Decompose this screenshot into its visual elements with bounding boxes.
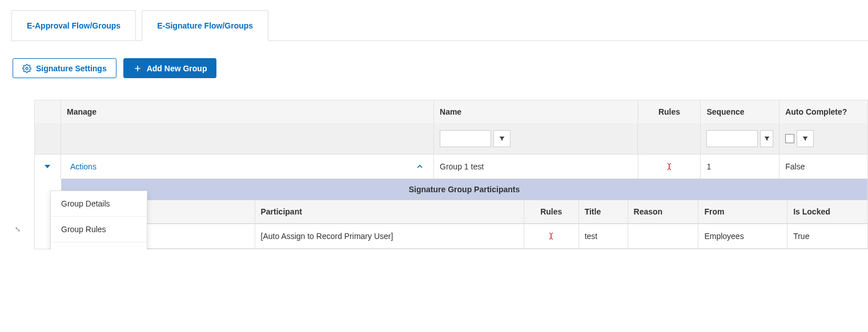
participants-header-row: Manage Participant Rules Title Reason Fr…	[61, 200, 867, 224]
p-row-locked: True	[787, 224, 867, 249]
filter-sequence-button[interactable]	[760, 130, 773, 147]
row-sequence: 1	[701, 155, 779, 179]
signature-settings-button[interactable]: Signature Settings	[13, 58, 116, 78]
row-rules[interactable]	[638, 155, 701, 179]
menu-item-group-rules[interactable]: Group Rules	[51, 217, 147, 242]
row-expand-toggle[interactable]	[35, 155, 61, 179]
no-rules-icon	[546, 231, 556, 241]
menu-item-copy-group[interactable]: Copy Group	[51, 242, 147, 249]
filter-auto-checkbox[interactable]	[785, 134, 794, 143]
filter-name-cell	[434, 123, 638, 154]
svg-point-0	[26, 67, 28, 70]
p-header-reason[interactable]: Reason	[628, 200, 699, 224]
expand-column-header	[35, 100, 61, 123]
row-actions-cell: Actions	[61, 155, 434, 179]
actions-dropdown[interactable]: Actions	[70, 162, 97, 171]
no-rules-icon	[664, 161, 674, 172]
plus-icon	[133, 64, 142, 73]
filter-icon	[802, 135, 809, 142]
header-name[interactable]: Name	[434, 100, 638, 123]
filter-name-button[interactable]	[493, 130, 511, 147]
gear-icon	[22, 64, 31, 73]
chevron-up-icon[interactable]	[415, 162, 424, 171]
grid-header-row: Manage Name Rules Sequence Auto Complete…	[35, 100, 867, 123]
tab-e-signature[interactable]: E-Signature Flow/Groups	[142, 10, 268, 41]
row-name: Group 1 test	[434, 155, 638, 179]
participants-row: [Auto Assign to Record Primary User] tes…	[61, 224, 867, 249]
filter-sequence-input[interactable]	[706, 130, 758, 147]
add-new-group-label: Add New Group	[147, 64, 207, 73]
participants-title: Signature Group Participants	[61, 179, 867, 200]
header-sequence[interactable]: Sequence	[701, 100, 779, 123]
tab-bar: E-Approval Flow/Groups E-Signature Flow/…	[11, 6, 868, 41]
row-auto-complete: False	[779, 155, 867, 179]
p-row-from: Employees	[698, 224, 787, 249]
p-row-rules[interactable]	[524, 224, 579, 249]
p-row-title: test	[579, 224, 628, 249]
menu-item-group-details[interactable]: Group Details	[51, 191, 147, 217]
p-header-rules[interactable]: Rules	[524, 200, 579, 224]
filter-sequence-cell	[701, 123, 779, 154]
p-header-locked[interactable]: Is Locked	[787, 200, 867, 224]
filter-auto-cell	[779, 123, 867, 154]
header-manage[interactable]: Manage	[61, 100, 434, 123]
filter-name-input[interactable]	[440, 130, 491, 147]
filter-auto-button[interactable]	[797, 130, 814, 147]
table-row: Actions Group 1 test 1 False	[35, 154, 867, 179]
filter-icon	[763, 135, 770, 142]
add-new-group-button[interactable]: Add New Group	[123, 58, 217, 78]
p-header-from[interactable]: From	[698, 200, 787, 224]
p-row-reason	[628, 224, 699, 249]
filter-icon	[499, 135, 505, 142]
signature-settings-label: Signature Settings	[36, 64, 107, 73]
p-header-participant[interactable]: Participant	[255, 200, 524, 224]
tab-e-approval[interactable]: E-Approval Flow/Groups	[11, 10, 136, 41]
p-header-title[interactable]: Title	[579, 200, 628, 224]
p-row-participant: [Auto Assign to Record Primary User]	[255, 224, 524, 249]
actions-menu: Group Details Group Rules Copy Group Add…	[50, 191, 147, 249]
caret-down-icon	[45, 165, 50, 168]
groups-grid: Manage Name Rules Sequence Auto Complete…	[34, 100, 868, 249]
resize-handle-icon[interactable]: ⤡	[15, 225, 21, 233]
header-auto-complete[interactable]: Auto Complete?	[779, 100, 867, 123]
grid-filter-row	[35, 123, 867, 154]
header-rules[interactable]: Rules	[638, 100, 701, 123]
toolbar: Signature Settings Add New Group	[11, 58, 868, 78]
participants-panel: Signature Group Participants Manage Part…	[61, 179, 867, 249]
